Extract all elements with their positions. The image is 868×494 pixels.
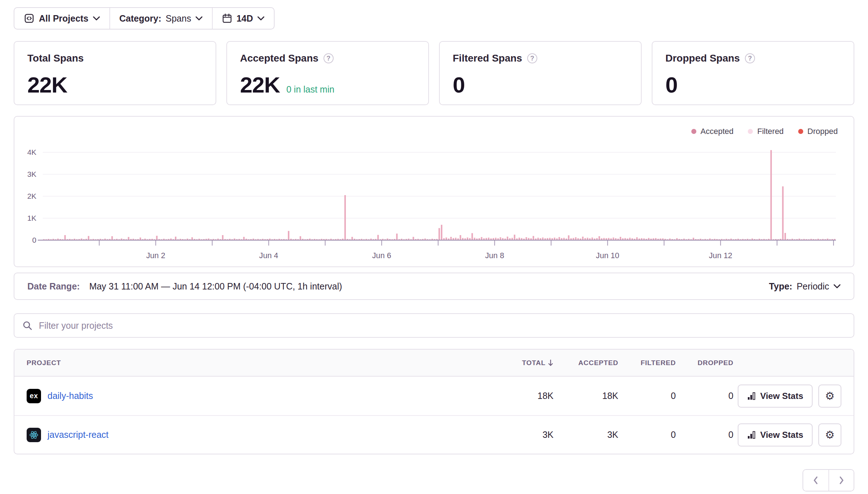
type-dropdown[interactable]: Type: Periodic [769, 281, 841, 292]
svg-text:Jun 8: Jun 8 [485, 251, 504, 260]
category-value: Spans [166, 13, 191, 24]
view-stats-button[interactable]: View Stats [738, 423, 813, 446]
chevron-left-icon [812, 476, 820, 485]
usage-bar-chart: 01K2K3K4KJun 2Jun 4Jun 6Jun 8Jun 10Jun 1… [14, 117, 854, 266]
cell-filtered: 0 [618, 430, 676, 440]
react-logo-icon [28, 430, 39, 440]
sort-desc-icon [548, 359, 553, 367]
col-filtered: FILTERED [618, 359, 676, 367]
calendar-icon [222, 13, 232, 23]
type-value: Periodic [797, 281, 829, 292]
project-settings-button[interactable]: ⚙ [818, 423, 841, 446]
col-project: PROJECT [27, 359, 485, 367]
chevron-down-icon [195, 16, 203, 21]
stat-cards: Total Spans 22K Accepted Spans ? 22K 0 i… [14, 41, 854, 105]
project-filter-dropdown[interactable]: All Projects [14, 8, 109, 29]
chevron-down-icon [833, 284, 841, 288]
projects-table: PROJECT TOTAL ACCEPTED FILTERED DROPPED … [14, 349, 854, 454]
card-note: 0 in last min [286, 84, 334, 95]
category-dropdown[interactable]: Category: Spans [110, 8, 212, 29]
col-accepted: ACCEPTED [553, 359, 618, 367]
previous-page-button[interactable] [803, 470, 828, 491]
card-value: 22K [240, 72, 280, 98]
category-label: Category: [119, 13, 162, 24]
help-icon[interactable]: ? [324, 53, 334, 63]
next-page-button[interactable] [828, 470, 854, 491]
svg-text:4K: 4K [27, 148, 36, 156]
view-stats-label: View Stats [760, 430, 803, 440]
svg-text:1K: 1K [27, 214, 36, 222]
card-title: Total Spans [27, 53, 84, 64]
project-avatar-react [27, 428, 41, 442]
cell-total: 3K [485, 430, 553, 440]
gear-icon: ⚙ [825, 428, 835, 441]
chevron-right-icon [837, 476, 845, 485]
search-input[interactable] [14, 313, 854, 338]
col-total-label: TOTAL [522, 359, 546, 367]
svg-text:Jun 10: Jun 10 [596, 251, 619, 260]
projects-icon [24, 13, 35, 24]
svg-text:0: 0 [32, 236, 37, 244]
project-link[interactable]: daily-habits [48, 391, 93, 401]
svg-text:2K: 2K [27, 192, 36, 200]
card-title: Dropped Spans [665, 53, 740, 64]
date-range-value: 14D [236, 13, 253, 24]
date-range-text: May 31 11:00 AM — Jun 14 12:00 PM (-04:0… [89, 281, 342, 292]
help-icon[interactable]: ? [745, 53, 755, 63]
project-settings-button[interactable]: ⚙ [818, 385, 841, 408]
project-avatar-expo: ex [27, 389, 41, 403]
card-title: Accepted Spans [240, 53, 318, 64]
project-search [14, 313, 854, 338]
card-accepted-spans: Accepted Spans ? 22K 0 in last min [226, 41, 429, 105]
usage-chart-panel: Accepted Filtered Dropped 01K2K3K4KJun 2… [14, 116, 854, 267]
cell-dropped: 0 [676, 430, 733, 440]
card-dropped-spans: Dropped Spans ? 0 [652, 41, 854, 105]
card-value: 22K [27, 72, 67, 98]
card-value: 0 [665, 72, 677, 98]
date-range-panel: Date Range: May 31 11:00 AM — Jun 14 12:… [14, 273, 854, 300]
view-stats-label: View Stats [760, 391, 803, 401]
cell-accepted: 18K [553, 391, 618, 401]
help-icon[interactable]: ? [527, 53, 537, 63]
view-stats-button[interactable]: View Stats [738, 385, 813, 408]
col-dropped: DROPPED [676, 359, 733, 367]
svg-text:Jun 12: Jun 12 [709, 251, 732, 260]
stats-page: All Projects Category: Spans 14D Total S… [0, 0, 868, 494]
pagination [14, 469, 854, 491]
card-filtered-spans: Filtered Spans ? 0 [439, 41, 642, 105]
col-total-sort[interactable]: TOTAL [485, 359, 553, 367]
chevron-down-icon [93, 16, 100, 21]
svg-text:Jun 6: Jun 6 [372, 251, 391, 260]
table-row: ex daily-habits 18K 18K 0 0 View Stats ⚙ [14, 377, 854, 415]
cell-dropped: 0 [676, 391, 733, 401]
type-label: Type: [769, 281, 792, 292]
cell-accepted: 3K [553, 430, 618, 440]
svg-text:Jun 2: Jun 2 [146, 251, 165, 260]
project-link[interactable]: javascript-react [48, 430, 109, 440]
table-row: javascript-react 3K 3K 0 0 View Stats ⚙ [14, 415, 854, 454]
search-icon [22, 320, 32, 331]
card-value: 0 [453, 72, 465, 98]
cell-filtered: 0 [618, 391, 676, 401]
gear-icon: ⚙ [825, 390, 835, 402]
filter-toolbar: All Projects Category: Spans 14D [14, 7, 275, 30]
date-range-label: Date Range: [27, 281, 80, 292]
bar-chart-icon [747, 431, 756, 439]
bar-chart-icon [747, 392, 756, 400]
date-range-dropdown[interactable]: 14D [213, 8, 274, 29]
svg-text:Jun 4: Jun 4 [259, 251, 278, 260]
chevron-down-icon [257, 16, 265, 21]
card-total-spans: Total Spans 22K [14, 41, 216, 105]
svg-text:3K: 3K [27, 170, 36, 178]
card-title: Filtered Spans [453, 53, 522, 64]
cell-total: 18K [485, 391, 553, 401]
table-header: PROJECT TOTAL ACCEPTED FILTERED DROPPED [14, 350, 854, 377]
project-filter-label: All Projects [39, 13, 89, 24]
